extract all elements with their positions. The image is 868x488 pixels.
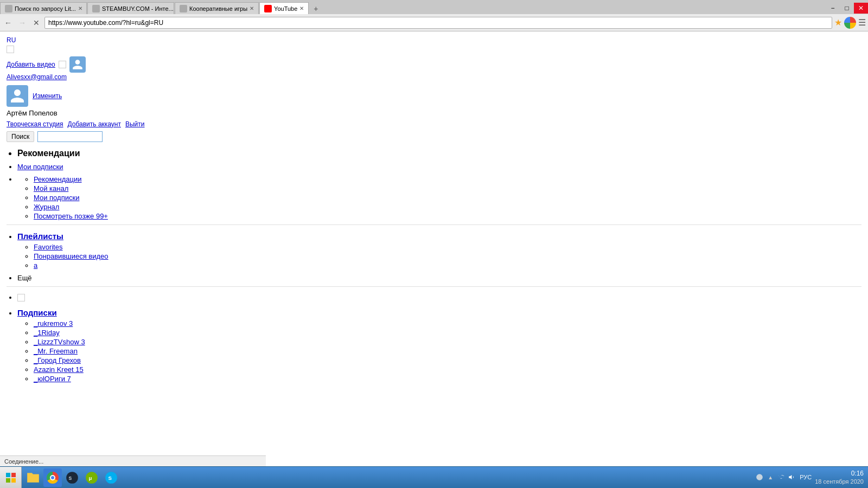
tab-0-close[interactable]: ✕ bbox=[78, 5, 82, 11]
skype-icon: S bbox=[104, 471, 118, 485]
tab-1[interactable]: STEAMBUY.COM - Инте... ✕ bbox=[87, 2, 174, 14]
folder-icon bbox=[26, 471, 40, 485]
change-link[interactable]: Изменить bbox=[33, 92, 62, 100]
svg-point-10 bbox=[756, 474, 763, 481]
sub-link-3[interactable]: Журнал bbox=[34, 203, 59, 211]
sub-items-group: Рекомендации Мой канал Мои подписки Журн… bbox=[17, 175, 861, 220]
sub-item-3: Журнал bbox=[34, 203, 861, 211]
tab-3-close[interactable]: ✕ bbox=[299, 5, 304, 11]
svg-rect-1 bbox=[11, 473, 16, 477]
sub-item-1: Мой канал bbox=[34, 184, 861, 192]
nav-list: Рекомендации Мои подписки Рекомендации М… bbox=[17, 149, 861, 220]
add-video-checkbox[interactable] bbox=[59, 61, 66, 68]
sign-out-link[interactable]: Выйти bbox=[125, 120, 145, 128]
tray-network-icon[interactable] bbox=[777, 473, 786, 481]
status-bar: Соединение... bbox=[0, 455, 266, 466]
svg-rect-3 bbox=[11, 478, 16, 483]
playlist-item-1: Понравившиеся видео bbox=[34, 252, 861, 260]
email-row: Alivesxx@gmail.com bbox=[7, 73, 861, 81]
svg-point-4 bbox=[66, 472, 78, 484]
email-link[interactable]: Alivesxx@gmail.com bbox=[7, 73, 67, 81]
channel-item-6: _юlОРиги 7 bbox=[34, 375, 861, 383]
menu-button[interactable]: ☰ bbox=[858, 17, 866, 28]
channel-item-2: _LizzzTVshow 3 bbox=[34, 338, 861, 346]
taskbar-chrome-center bbox=[50, 475, 55, 480]
profile-avatar[interactable] bbox=[7, 85, 28, 107]
esche-item: Ещё bbox=[17, 274, 861, 282]
search-input[interactable] bbox=[37, 131, 103, 142]
sub-link-4[interactable]: Посмотреть позже 99+ bbox=[34, 212, 108, 220]
sub-link-2[interactable]: Мои подписки bbox=[34, 194, 79, 202]
taskbar-app-chrome[interactable] bbox=[43, 468, 62, 487]
playlist-link-1[interactable]: Понравившиеся видео bbox=[34, 252, 108, 260]
user-svg-icon bbox=[72, 59, 84, 70]
search-row: Поиск bbox=[7, 131, 861, 142]
locale-label[interactable]: RU bbox=[7, 36, 16, 44]
tab-2[interactable]: Кооперативные игры ✕ bbox=[175, 2, 259, 14]
channel-link-1[interactable]: _1Riday bbox=[34, 329, 60, 337]
tabs-container: Поиск по запросу Lit... ✕ STEAMBUY.COM -… bbox=[0, 2, 826, 14]
maximize-button[interactable]: □ bbox=[840, 3, 854, 14]
nav-checkbox[interactable] bbox=[17, 294, 25, 301]
add-video-link[interactable]: Добавить видео bbox=[7, 61, 55, 68]
subscriptions-nav-list: Подписки _rukremov 3 _1Riday _LizzzTVsho… bbox=[17, 308, 861, 383]
sub-link-1[interactable]: Мой канал bbox=[34, 184, 68, 192]
tab-2-close[interactable]: ✕ bbox=[250, 5, 254, 11]
torrent-icon: μ bbox=[85, 471, 99, 485]
time-display: 0:16 bbox=[815, 470, 864, 478]
user-avatar-icon[interactable] bbox=[69, 56, 86, 73]
channel-item-4: _Город Грехов bbox=[34, 356, 861, 364]
sub-link-0[interactable]: Рекомендации bbox=[34, 175, 82, 183]
taskbar-app-skype[interactable]: S bbox=[102, 468, 120, 487]
taskbar-app-steam[interactable]: S bbox=[63, 468, 81, 487]
tab-3[interactable]: YouTube ✕ bbox=[259, 2, 309, 14]
profile-row: Изменить bbox=[7, 85, 861, 107]
locale-section: RU bbox=[7, 36, 861, 53]
playlist-link-0[interactable]: Favorites bbox=[34, 243, 62, 251]
tab-bar: Поиск по запросу Lit... ✕ STEAMBUY.COM -… bbox=[0, 0, 868, 14]
divider-2 bbox=[7, 286, 861, 287]
esche-text: Ещё bbox=[17, 274, 32, 282]
close-button[interactable]: ✕ bbox=[854, 3, 868, 14]
channel-item-0: _rukremov 3 bbox=[34, 319, 861, 328]
start-button[interactable] bbox=[0, 467, 22, 489]
playlist-link-2[interactable]: а bbox=[34, 261, 37, 269]
channel-link-0[interactable]: _rukremov 3 bbox=[34, 319, 73, 328]
svg-text:S: S bbox=[69, 476, 72, 481]
stop-button[interactable]: ✕ bbox=[30, 17, 42, 29]
tray-sound-icon[interactable] bbox=[788, 473, 796, 481]
back-button[interactable]: ← bbox=[2, 17, 14, 29]
channel-link-3[interactable]: _Mr. Freeman bbox=[34, 347, 78, 355]
sub-item-4: Посмотреть позже 99+ bbox=[34, 212, 861, 220]
playlist-item-2: а bbox=[34, 261, 861, 269]
address-input[interactable] bbox=[44, 17, 832, 29]
subscriptions-link[interactable]: Мои подписки bbox=[17, 163, 63, 171]
channel-link-2[interactable]: _LizzzTVshow 3 bbox=[34, 338, 85, 346]
tab-0[interactable]: Поиск по запросу Lit... ✕ bbox=[0, 2, 87, 14]
sub-items-list: Рекомендации Мой канал Мои подписки Журн… bbox=[34, 175, 861, 220]
taskbar-app-folder[interactable] bbox=[24, 468, 42, 487]
new-tab-button[interactable]: + bbox=[310, 3, 321, 14]
taskbar-app-torrent[interactable]: μ bbox=[82, 468, 101, 487]
checkbox-list bbox=[17, 293, 861, 302]
tray-language: РУС bbox=[800, 474, 812, 480]
studio-link[interactable]: Творческая студия bbox=[7, 120, 63, 128]
tab-0-label: Поиск по запросу Lit... bbox=[15, 5, 76, 12]
channel-link-5[interactable]: Azazin Kreet 15 bbox=[34, 365, 84, 374]
locale-box[interactable] bbox=[7, 46, 14, 53]
chrome-icon[interactable] bbox=[844, 17, 856, 29]
date-display: 18 сентября 2020 bbox=[815, 478, 864, 485]
forward-button[interactable]: → bbox=[16, 17, 28, 29]
minimize-button[interactable]: − bbox=[826, 3, 840, 14]
channel-link-4[interactable]: _Город Грехов bbox=[34, 356, 81, 364]
tray-steam-icon[interactable] bbox=[755, 473, 764, 481]
tray-arrow-icon[interactable]: ▲ bbox=[766, 473, 775, 481]
playlists-title[interactable]: Плейлисты bbox=[17, 232, 63, 241]
bookmark-star-icon[interactable]: ★ bbox=[834, 17, 842, 28]
add-account-link[interactable]: Добавить аккаунт bbox=[68, 120, 121, 128]
subscriptions-section-title[interactable]: Подписки bbox=[17, 308, 57, 317]
search-button[interactable]: Поиск bbox=[7, 131, 34, 142]
svg-text:μ: μ bbox=[89, 475, 92, 481]
channel-link-6[interactable]: _юlОРиги 7 bbox=[34, 375, 71, 383]
time-block: 0:16 18 сентября 2020 bbox=[815, 470, 864, 486]
